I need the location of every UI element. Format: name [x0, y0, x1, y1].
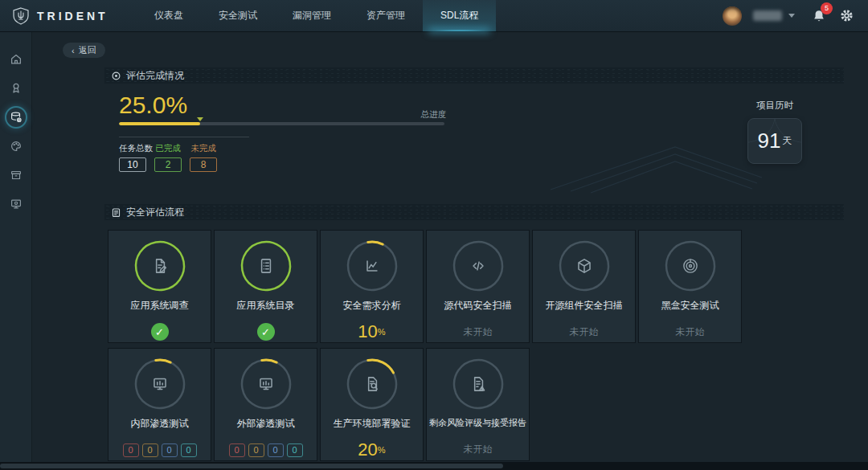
stat-value: 10 — [119, 157, 146, 172]
tab-dashboard[interactable]: 仪表盘 — [137, 0, 201, 31]
card-ring — [134, 358, 186, 410]
card-external-pentest[interactable]: 外部渗透测试 0 0 0 0 — [214, 348, 317, 461]
tab-sdl-process[interactable]: SDL流程 — [423, 0, 496, 31]
circle-dot-icon — [111, 71, 121, 81]
card-ring — [559, 240, 610, 292]
card-security-requirements-analysis[interactable]: 安全需求分析 10 % — [320, 230, 424, 343]
medium-count: 0 — [268, 443, 284, 457]
card-status: ✓ — [151, 321, 169, 342]
card-production-deployment-verification[interactable]: 生产环境部署验证 20 % — [320, 348, 424, 461]
left-sidebar — [0, 32, 32, 462]
archive-box-icon — [9, 168, 23, 182]
card-app-system-catalog[interactable]: 应用系统目录 ✓ — [214, 230, 317, 343]
brand-name: TRIDENT — [37, 10, 108, 22]
high-count: 0 — [248, 443, 264, 457]
line-chart-icon — [346, 240, 398, 292]
card-ring — [452, 240, 504, 292]
monitor-chart-icon — [134, 358, 186, 410]
stat-label: 已完成 — [154, 143, 182, 154]
tab-vulnerability-management[interactable]: 漏洞管理 — [275, 0, 349, 31]
not-started-text: 未开始 — [676, 325, 705, 339]
stat-incomplete: 未完成 8 — [190, 143, 217, 172]
card-app-system-survey[interactable]: 应用系统调查 ✓ — [108, 230, 211, 343]
card-status: 未开始 — [676, 321, 705, 342]
card-blackbox-testing[interactable]: 黑盒安全测试 未开始 — [638, 230, 742, 343]
card-status: 10 % — [358, 321, 385, 342]
settings-gear-icon[interactable] — [838, 7, 855, 24]
card-status: 20 % — [358, 439, 385, 460]
user-avatar[interactable] — [723, 6, 742, 26]
code-icon — [452, 240, 504, 292]
card-status: ✓ — [257, 321, 275, 342]
nav-tabs: 仪表盘 安全测试 漏洞管理 资产管理 SDL流程 — [137, 0, 496, 31]
stat-completed: 已完成 2 — [154, 143, 182, 172]
card-percent-value: 10 — [358, 321, 377, 342]
monitor-chart-icon — [240, 358, 292, 410]
brand-logo[interactable]: TRIDENT — [0, 6, 121, 26]
card-ring — [346, 240, 398, 292]
card-ring — [134, 240, 186, 292]
sidebar-item-sdl-database[interactable] — [5, 106, 27, 129]
scrollbar-thumb[interactable] — [0, 464, 503, 468]
card-status: 未开始 — [570, 321, 599, 342]
card-ring — [240, 240, 292, 292]
home-icon — [9, 52, 23, 67]
task-stats: 任务总数 10 已完成 2 未完成 8 — [119, 143, 844, 172]
nav-right-cluster: 5 — [723, 6, 868, 26]
cube-icon — [559, 240, 610, 292]
document-edit-icon — [134, 240, 186, 292]
card-title: 源代码安全扫描 — [444, 299, 512, 313]
card-residual-risk-report[interactable]: 剩余风险评级与接受报告 未开始 — [426, 348, 530, 461]
tab-security-testing[interactable]: 安全测试 — [201, 0, 275, 31]
page-content: 评估完成情况 25.0% 总进度 — [104, 67, 844, 461]
severity-counts: 0 0 0 0 — [229, 443, 303, 457]
notifications-button[interactable]: 5 — [811, 8, 827, 24]
document-warning-icon — [452, 358, 504, 410]
stat-value: 8 — [190, 157, 217, 172]
document-search-icon — [346, 358, 398, 410]
palette-icon — [9, 139, 23, 153]
sidebar-item-archive[interactable] — [5, 164, 27, 186]
card-ring — [452, 358, 504, 410]
low-count: 0 — [287, 443, 303, 457]
stat-total-tasks: 任务总数 10 — [119, 143, 146, 172]
tab-asset-management[interactable]: 资产管理 — [349, 0, 423, 31]
back-chevron-icon: ‹ — [72, 46, 75, 55]
back-button[interactable]: ‹ 返回 — [63, 43, 105, 58]
card-opensource-component-scan[interactable]: 开源组件安全扫描 未开始 — [532, 230, 636, 343]
sidebar-item-award[interactable] — [5, 77, 27, 100]
project-duration: 项目历时 91 天 — [747, 100, 802, 164]
monitor-settings-icon — [9, 197, 23, 211]
not-started-text: 未开始 — [464, 443, 493, 456]
stat-label: 任务总数 — [119, 143, 146, 154]
card-title: 黑盒安全测试 — [661, 299, 719, 313]
card-title: 外部渗透测试 — [237, 417, 295, 431]
dropdown-caret-icon[interactable] — [788, 14, 795, 18]
card-status: 未开始 — [464, 438, 493, 460]
critical-count: 0 — [229, 443, 245, 457]
card-internal-pentest[interactable]: 内部渗透测试 0 0 0 0 — [108, 348, 211, 461]
card-ring — [240, 358, 292, 410]
stat-label: 未完成 — [190, 143, 217, 154]
card-title: 生产环境部署验证 — [334, 417, 411, 431]
card-percent-value: 20 — [358, 439, 377, 460]
project-duration-card: 91 天 — [747, 118, 802, 164]
completed-check-icon: ✓ — [257, 323, 275, 341]
severity-counts: 0 0 0 0 — [123, 443, 197, 457]
horizontal-scrollbar[interactable] — [0, 462, 868, 470]
database-gear-icon — [9, 110, 23, 125]
sidebar-item-monitor[interactable] — [5, 193, 27, 215]
progress-track — [119, 122, 444, 125]
card-source-code-scan[interactable]: 源代码安全扫描 未开始 — [426, 230, 530, 343]
card-title: 应用系统调查 — [131, 299, 189, 313]
card-percent-unit: % — [378, 445, 386, 455]
critical-count: 0 — [123, 443, 139, 457]
card-ring — [665, 240, 716, 292]
overview-panel-header: 评估完成情况 — [104, 67, 844, 84]
progress-marker-icon — [197, 117, 203, 121]
card-percent-unit: % — [378, 327, 386, 337]
sidebar-item-home[interactable] — [5, 48, 27, 71]
card-title: 应用系统目录 — [237, 299, 295, 313]
high-count: 0 — [142, 443, 158, 457]
sidebar-item-palette[interactable] — [5, 135, 27, 157]
